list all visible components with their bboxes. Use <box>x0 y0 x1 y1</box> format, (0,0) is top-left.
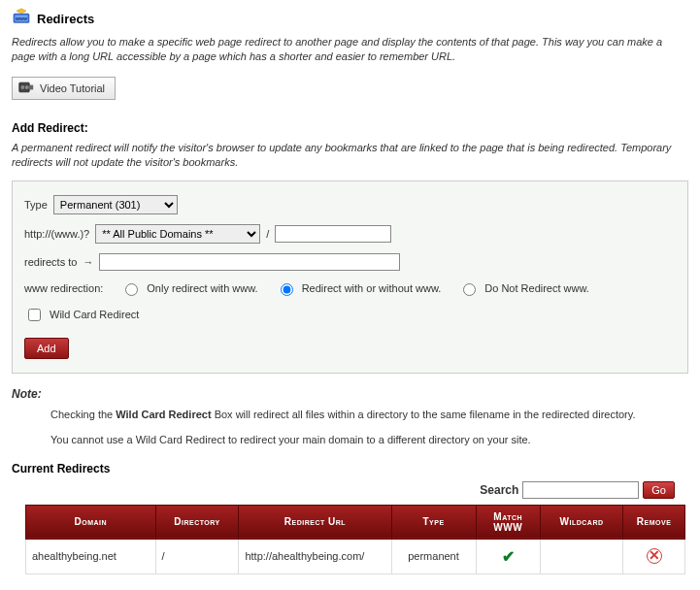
add-button[interactable]: Add <box>24 338 69 359</box>
arrow-icon: → <box>83 256 93 268</box>
svg-point-4 <box>20 85 24 89</box>
cell-domain: ahealthybeing.net <box>26 539 156 574</box>
cell-type: permanent <box>391 539 476 574</box>
svg-point-5 <box>25 85 29 89</box>
svg-rect-6 <box>29 84 33 89</box>
slash-label: / <box>266 228 269 240</box>
col-domain[interactable]: Domain <box>26 505 156 539</box>
video-icon <box>18 81 34 96</box>
www-both-label: Redirect with or without www. <box>302 282 442 294</box>
www-only-label: Only redirect with www. <box>147 282 257 294</box>
www-only-radio[interactable] <box>125 283 138 296</box>
wildcard-label: Wild Card Redirect <box>50 309 139 320</box>
check-icon: ✔ <box>502 548 515 565</box>
www-none-radio[interactable] <box>463 283 476 296</box>
type-select[interactable]: Permanent (301) <box>53 195 178 214</box>
domain-select[interactable]: ** All Public Domains ** <box>95 224 260 244</box>
remove-icon[interactable]: ✕ <box>647 548 662 564</box>
note-body: Checking the Wild Card Redirect Box will… <box>50 407 688 448</box>
type-label: Type <box>24 199 48 211</box>
search-input[interactable] <box>522 481 639 499</box>
url-prefix-label: http://(www.)? <box>24 228 89 240</box>
wildcard-checkbox[interactable] <box>28 309 41 321</box>
redirects-table: Domain Directory Redirect Url Type Match… <box>25 505 685 574</box>
table-row: ahealthybeing.net/http://ahealthybeing.c… <box>26 539 685 574</box>
note-heading: Note: <box>12 387 688 401</box>
col-type[interactable]: Type <box>391 505 476 539</box>
col-wildcard[interactable]: Wildcard <box>540 505 622 539</box>
cell-remove[interactable]: ✕ <box>623 539 685 574</box>
cell-directory: / <box>155 539 239 574</box>
cell-redirect-url: http://ahealthybeing.com/ <box>239 539 391 574</box>
add-redirect-heading: Add Redirect: <box>12 121 688 135</box>
page-title: Redirects <box>37 12 94 26</box>
add-redirect-form: Type Permanent (301) http://(www.)? ** A… <box>12 180 688 374</box>
col-match-www[interactable]: Match WWW <box>476 505 540 539</box>
www-none-label: Do Not Redirect www. <box>484 282 589 294</box>
cell-wildcard <box>540 539 622 574</box>
redirects-to-label: redirects to <box>24 256 77 268</box>
intro-text: Redirects allow you to make a specific w… <box>12 35 688 65</box>
go-button[interactable]: Go <box>643 481 675 499</box>
col-remove[interactable]: Remove <box>623 505 685 539</box>
search-label: Search <box>480 483 518 497</box>
video-tutorial-label: Video Tutorial <box>40 82 105 94</box>
col-directory[interactable]: Directory <box>155 505 239 539</box>
www-redirection-label: www redirection: <box>24 282 103 294</box>
current-redirects-heading: Current Redirects <box>12 462 688 475</box>
svg-text:WWW: WWW <box>16 16 27 21</box>
cell-match-www: ✔ <box>476 539 540 574</box>
redirects-icon: WWW <box>12 8 31 29</box>
www-both-radio[interactable] <box>281 283 293 296</box>
redirects-to-input[interactable] <box>99 253 400 271</box>
path-input[interactable] <box>275 225 391 243</box>
video-tutorial-button[interactable]: Video Tutorial <box>12 77 116 100</box>
add-redirect-description: A permanent redirect will notify the vis… <box>12 141 688 171</box>
col-redirect-url[interactable]: Redirect Url <box>239 505 391 539</box>
